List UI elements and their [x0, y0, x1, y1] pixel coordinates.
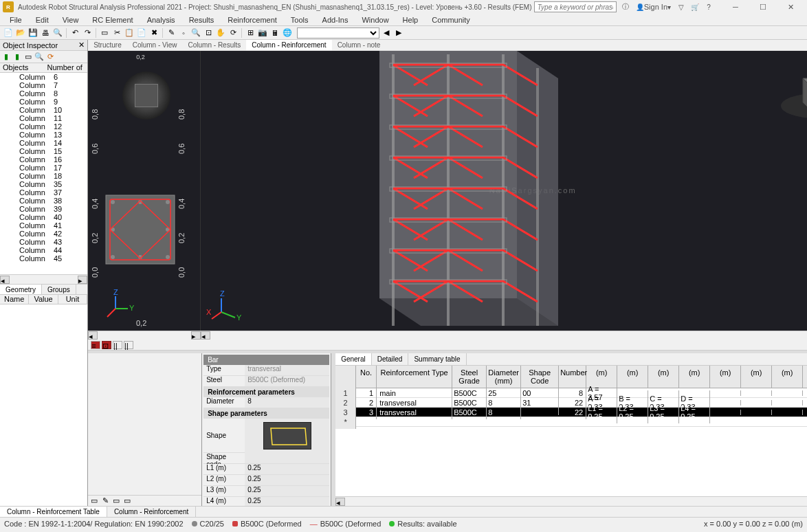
cart-icon[interactable]: 🛒 — [689, 1, 701, 12]
list-item[interactable]: Column42 — [0, 230, 87, 238]
list-item[interactable]: Column37 — [0, 188, 87, 197]
tab-column-results[interactable]: Column - Results — [183, 40, 247, 50]
table-hscroll[interactable]: ◂▸ — [335, 496, 807, 506]
bl-icon-4[interactable]: ▭ — [122, 496, 132, 506]
menu-tools[interactable]: Tools — [284, 16, 316, 24]
delete-icon[interactable]: ✖ — [148, 27, 159, 38]
close-button[interactable]: ✕ — [777, 0, 804, 14]
filter-icon[interactable]: ▮ — [1, 52, 11, 62]
shape-preview[interactable] — [245, 419, 329, 453]
camera-icon[interactable]: 📷 — [257, 27, 268, 38]
viewcube[interactable]: TOP RIGHT — [789, 65, 807, 113]
select-icon[interactable]: ▭ — [99, 27, 110, 38]
menu-community[interactable]: Community — [425, 16, 477, 24]
bl-icon-1[interactable]: ▭ — [89, 496, 99, 506]
reinforcement-table[interactable]: No. Reinforcement Type Steel Grade Diame… — [335, 366, 807, 496]
viewmode-1-icon[interactable]: ≡ — [91, 341, 100, 349]
minimize-button[interactable]: ─ — [722, 0, 749, 14]
paste-icon[interactable]: 📄 — [136, 27, 147, 38]
list-item[interactable]: Column6 — [0, 73, 87, 81]
list-item[interactable]: Column41 — [0, 221, 87, 230]
scroll-left-icon[interactable]: ◂ — [201, 331, 210, 340]
menu-rcelement[interactable]: RC Element — [85, 16, 140, 24]
vp-right-hscroll[interactable]: ◂▸ — [201, 331, 807, 340]
list-item[interactable]: Column12 — [0, 122, 87, 131]
preview-icon[interactable]: 🔍 — [52, 27, 63, 38]
open-icon[interactable]: 📂 — [15, 27, 26, 38]
list-item[interactable]: Column43 — [0, 238, 87, 246]
exchange-icon[interactable]: ▽ — [675, 1, 687, 12]
panel-close-icon[interactable]: ✕ — [78, 41, 85, 49]
node-icon[interactable]: ◦ — [178, 27, 189, 38]
bl-icon-3[interactable]: ▭ — [111, 496, 121, 506]
list-item[interactable]: Column10 — [0, 106, 87, 114]
3d-viewport[interactable]: NairiSargsyan.com — [201, 51, 807, 331]
tab-column-view[interactable]: Column - View — [127, 40, 183, 50]
viewmode-2-icon[interactable]: ⊡ — [102, 341, 111, 349]
menu-analysis[interactable]: Analysis — [140, 16, 182, 24]
refresh-icon[interactable]: ⟳ — [45, 52, 55, 62]
list-item[interactable]: Column45 — [0, 254, 87, 263]
tab-geometry[interactable]: Geometry — [0, 285, 42, 294]
print-icon[interactable]: 🖶 — [40, 27, 51, 38]
list-item[interactable]: Column8 — [0, 89, 87, 98]
scroll-left-icon[interactable]: ◂ — [0, 276, 10, 284]
edit-icon[interactable]: ✎ — [166, 27, 177, 38]
menu-window[interactable]: Window — [355, 16, 395, 24]
list-item[interactable]: Column16 — [0, 155, 87, 164]
zoom-fit-icon[interactable]: ⊡ — [203, 27, 214, 38]
shape-code-value[interactable] — [245, 453, 329, 463]
list-item[interactable]: Column13 — [0, 131, 87, 139]
menu-reinforcement[interactable]: Reinforcement — [221, 16, 284, 24]
l2-value[interactable]: 0.25 — [245, 475, 329, 485]
tab-column-reinforcement[interactable]: Column - Reinforcement — [246, 40, 331, 50]
rotate-icon[interactable]: ⟳ — [228, 27, 239, 38]
list-item[interactable]: Column14 — [0, 139, 87, 147]
menu-view[interactable]: View — [56, 16, 86, 24]
table-row[interactable]: 3 3 transversal B500C 8 22 L1 = 0.25 L2 … — [335, 408, 807, 417]
list-item[interactable]: Column17 — [0, 164, 87, 172]
scroll-left-icon[interactable]: ◂ — [335, 498, 345, 506]
maximize-button[interactable]: ☐ — [749, 0, 777, 14]
wtab-reinf[interactable]: Column - Reinforcement — [107, 507, 196, 517]
list-item[interactable]: Column40 — [0, 213, 87, 221]
globe-icon[interactable]: 🌐 — [282, 27, 293, 38]
menu-help[interactable]: Help — [396, 16, 425, 24]
object-list[interactable]: Column6Column7Column8Column9Column10Colu… — [0, 73, 87, 274]
search-input[interactable] — [534, 1, 617, 12]
l3-value[interactable]: 0.25 — [245, 486, 329, 496]
cut-icon[interactable]: ✂ — [111, 27, 122, 38]
viewmode-3-icon[interactable]: || — [113, 341, 122, 349]
tab-summary[interactable]: Summary table — [408, 353, 466, 365]
menu-results[interactable]: Results — [182, 16, 221, 24]
pan-icon[interactable]: ✋ — [215, 27, 226, 38]
save-icon[interactable]: 💾 — [27, 27, 38, 38]
tab-groups[interactable]: Groups — [42, 285, 76, 294]
wtab-reinf-table[interactable]: Column - Reinforcement Table — [0, 507, 107, 517]
search-icon[interactable]: 🔍 — [34, 52, 44, 62]
calc-icon[interactable]: 🖩 — [269, 27, 280, 38]
selection-combo[interactable] — [297, 27, 379, 38]
section-viewport[interactable]: 0,2 0,8 0,6 0,4 0,2 0,0 0,8 0,6 0,4 0,2 … — [88, 51, 201, 331]
list-item[interactable]: Column39 — [0, 205, 87, 213]
list-item[interactable]: Column7 — [0, 81, 87, 89]
bl-icon-2[interactable]: ✎ — [100, 496, 110, 506]
menu-edit[interactable]: Edit — [29, 16, 56, 24]
prop-icon[interactable]: ▭ — [23, 52, 33, 62]
new-icon[interactable]: 📄 — [3, 27, 14, 38]
list-item[interactable]: Column15 — [0, 147, 87, 155]
list-item[interactable]: Column44 — [0, 246, 87, 254]
l4-value[interactable]: 0.25 — [245, 497, 329, 506]
l1-value[interactable]: 0.25 — [245, 464, 329, 474]
menu-addins[interactable]: Add-Ins — [316, 16, 355, 24]
redo-icon[interactable]: ↷ — [82, 27, 93, 38]
bar-dia-value[interactable]: 8 — [245, 397, 329, 408]
help-icon[interactable]: ? — [703, 1, 715, 12]
list-item[interactable]: Column35 — [0, 180, 87, 188]
snap-icon[interactable]: ⊞ — [245, 27, 256, 38]
scroll-right-icon[interactable]: ▸ — [78, 276, 87, 284]
list-item[interactable]: Column18 — [0, 172, 87, 180]
hscroll[interactable]: ◂ ▸ — [0, 274, 87, 284]
menu-file[interactable]: File — [3, 16, 29, 24]
nav-prev-icon[interactable]: ◀ — [381, 27, 392, 38]
